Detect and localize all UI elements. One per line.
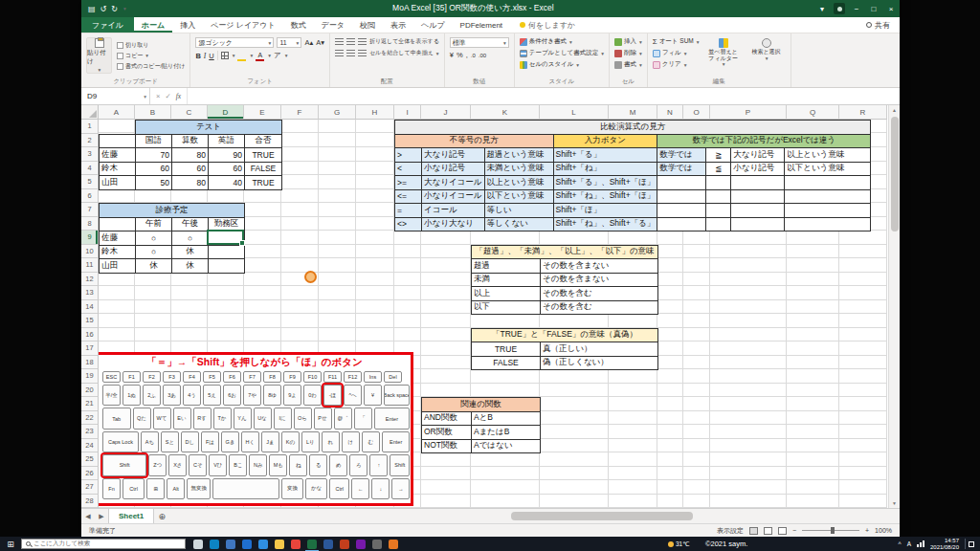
taskbar-icon-word[interactable] bbox=[323, 540, 333, 549]
cell[interactable]: 等しい bbox=[484, 204, 553, 218]
cell[interactable] bbox=[731, 217, 785, 231]
cell[interactable]: 午後 bbox=[172, 217, 209, 231]
cell[interactable]: 超過という意味 bbox=[484, 148, 553, 163]
cell[interactable]: TRUE bbox=[472, 342, 541, 357]
column-header-G[interactable]: G bbox=[319, 105, 356, 120]
cell[interactable] bbox=[785, 217, 871, 231]
close-button[interactable]: × bbox=[882, 0, 900, 17]
fill-button[interactable]: フィル▾ bbox=[653, 49, 700, 57]
sheet-nav-left[interactable]: ◀ bbox=[81, 509, 95, 523]
format-painter-button[interactable]: 書式のコピー/貼り付け bbox=[117, 62, 185, 71]
merge-center-button[interactable]: セルを結合して中央揃え▾ bbox=[369, 49, 439, 57]
cell[interactable]: Shift+「ね」、Shift+「る」 bbox=[553, 217, 657, 231]
taskbar-icon-calculator[interactable] bbox=[372, 540, 382, 549]
cell[interactable]: 診療予定 bbox=[100, 204, 245, 218]
cell[interactable]: ○ bbox=[136, 231, 172, 246]
row-header-25[interactable]: 25 bbox=[81, 452, 99, 467]
cell[interactable]: Aではない bbox=[472, 439, 541, 453]
cell[interactable]: 「TRUE」と「FALSE」の意味（真偽） bbox=[472, 328, 658, 342]
number-format-select[interactable]: 標準▾ bbox=[450, 37, 509, 48]
cancel-icon[interactable]: × bbox=[156, 92, 160, 100]
row-header-21[interactable]: 21 bbox=[81, 397, 99, 411]
cell[interactable] bbox=[785, 189, 871, 204]
cell[interactable]: 偽（正しくない） bbox=[541, 356, 658, 370]
row-header-11[interactable]: 11 bbox=[81, 258, 99, 273]
formula-input[interactable] bbox=[188, 88, 900, 104]
cell[interactable]: 70 bbox=[136, 148, 172, 163]
cell[interactable]: 佐藤 bbox=[100, 148, 136, 163]
user-avatar[interactable] bbox=[834, 3, 845, 14]
cell[interactable]: 50 bbox=[136, 176, 172, 190]
cell[interactable]: その数を含む bbox=[541, 300, 658, 315]
row-header-27[interactable]: 27 bbox=[81, 480, 99, 495]
decrease-font-size-button[interactable]: A▾ bbox=[316, 38, 324, 47]
row-header-28[interactable]: 28 bbox=[81, 495, 99, 509]
taskbar-icon-media-player[interactable] bbox=[389, 540, 398, 549]
vertical-scrollbar[interactable]: ▲ ▼ bbox=[888, 105, 900, 508]
cell[interactable]: イコール bbox=[422, 204, 485, 218]
align-center-icon[interactable] bbox=[346, 50, 355, 57]
sheet-nav-right[interactable]: ▶ bbox=[95, 509, 108, 523]
cell[interactable]: 小なり記号 bbox=[422, 162, 485, 176]
scroll-down-arrow[interactable]: ▼ bbox=[892, 498, 897, 508]
cell[interactable]: >= bbox=[395, 176, 422, 190]
column-header-R[interactable]: R bbox=[839, 105, 887, 120]
column-header-H[interactable]: H bbox=[356, 105, 394, 120]
column-header-E[interactable]: E bbox=[244, 105, 281, 120]
taskbar-icon-edge[interactable] bbox=[258, 540, 268, 549]
name-box[interactable]: D9▾ bbox=[81, 88, 150, 104]
network-icon[interactable] bbox=[917, 540, 924, 547]
row-header-4[interactable]: 4 bbox=[81, 162, 99, 176]
undo-icon[interactable]: ↺ bbox=[100, 5, 107, 13]
font-color-button[interactable]: A bbox=[256, 52, 264, 60]
sheet-tab-sheet1[interactable]: Sheet1 bbox=[108, 509, 154, 523]
cell[interactable]: OR関数 bbox=[422, 426, 472, 440]
cell[interactable]: 休 bbox=[172, 245, 209, 259]
column-header-B[interactable]: B bbox=[135, 105, 171, 120]
cell[interactable]: TRUE bbox=[245, 148, 282, 163]
column-header-K[interactable]: K bbox=[471, 105, 540, 120]
page-break-view-button[interactable] bbox=[778, 527, 787, 535]
active-cell-D9[interactable] bbox=[207, 230, 244, 245]
row-header-2[interactable]: 2 bbox=[81, 134, 99, 148]
row-header-22[interactable]: 22 bbox=[81, 411, 99, 426]
cell[interactable]: 40 bbox=[209, 176, 245, 190]
row-header-10[interactable]: 10 bbox=[81, 245, 99, 259]
column-header-F[interactable]: F bbox=[281, 105, 319, 120]
column-header-A[interactable]: A bbox=[99, 105, 135, 120]
ime-indicator[interactable]: A bbox=[907, 540, 911, 547]
cell[interactable] bbox=[209, 259, 245, 274]
action-center-button[interactable] bbox=[965, 539, 976, 549]
cell[interactable] bbox=[731, 189, 785, 204]
ribbon-tab-pdfelement[interactable]: PDFelement bbox=[453, 17, 510, 33]
row-header-3[interactable]: 3 bbox=[81, 147, 99, 162]
share-button[interactable]: 共有 bbox=[857, 17, 900, 33]
italic-button[interactable]: I bbox=[204, 52, 207, 60]
cell[interactable]: 山田 bbox=[100, 176, 136, 190]
cell[interactable] bbox=[785, 204, 871, 218]
cell[interactable]: 以上という意味 bbox=[484, 176, 553, 190]
cell[interactable]: 小なり大なり bbox=[422, 217, 485, 231]
cell[interactable]: 「超過」、「未満」、「以上」、「以下」の意味 bbox=[472, 245, 658, 259]
column-header-D[interactable]: D bbox=[208, 105, 244, 120]
cell[interactable]: > bbox=[395, 148, 422, 163]
cell[interactable] bbox=[731, 176, 785, 190]
column-header-C[interactable]: C bbox=[171, 105, 208, 120]
clear-button[interactable]: クリア▾ bbox=[653, 60, 700, 69]
insert-function-icon[interactable]: fx bbox=[176, 92, 181, 100]
cell[interactable]: 大なり記号 bbox=[731, 148, 785, 163]
cell[interactable]: 60 bbox=[136, 162, 172, 176]
column-header-O[interactable]: O bbox=[683, 105, 710, 120]
cell[interactable]: 国語 bbox=[136, 134, 172, 148]
cell[interactable] bbox=[785, 176, 871, 190]
decrease-decimal-button[interactable]: .00 bbox=[479, 53, 486, 58]
row-header-16[interactable]: 16 bbox=[81, 328, 99, 342]
ribbon-tab-formulas[interactable]: 数式 bbox=[283, 17, 314, 33]
taskbar-icon-powerpoint[interactable] bbox=[340, 540, 349, 549]
page-layout-view-button[interactable] bbox=[764, 527, 772, 535]
cell[interactable]: 午前 bbox=[136, 217, 172, 231]
cell[interactable]: 鈴木 bbox=[100, 162, 136, 176]
ribbon-tab-help[interactable]: ヘルプ bbox=[413, 17, 453, 33]
cell[interactable]: 入力ボタン bbox=[553, 134, 657, 148]
font-size-select[interactable]: 11▾ bbox=[277, 37, 301, 48]
